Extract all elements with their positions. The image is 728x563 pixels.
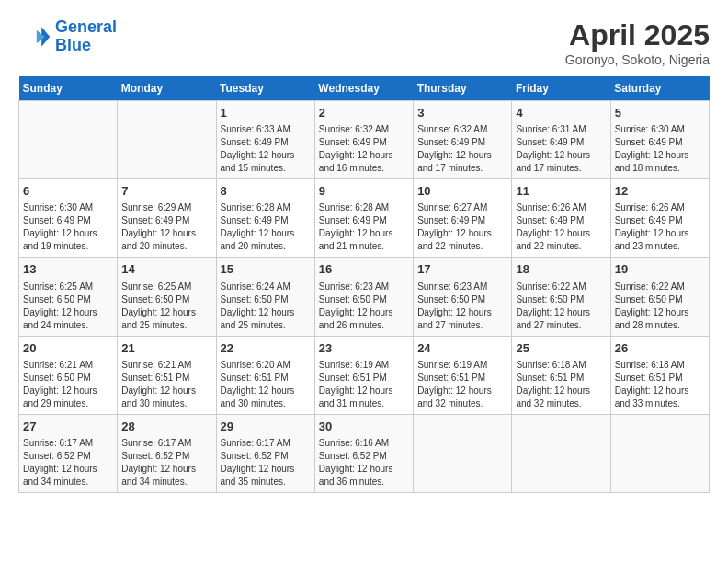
calendar-week-4: 20Sunrise: 6:21 AMSunset: 6:50 PMDayligh… xyxy=(19,336,710,414)
day-number: 7 xyxy=(121,183,211,200)
calendar-cell: 4Sunrise: 6:31 AMSunset: 6:49 PMDaylight… xyxy=(512,101,610,179)
calendar-cell: 7Sunrise: 6:29 AMSunset: 6:49 PMDaylight… xyxy=(118,179,216,258)
calendar-cell xyxy=(118,101,216,179)
day-number: 19 xyxy=(615,261,705,278)
calendar-cell: 30Sunrise: 6:16 AMSunset: 6:52 PMDayligh… xyxy=(314,414,413,492)
day-number: 28 xyxy=(121,419,211,435)
day-info: Sunrise: 6:25 AMSunset: 6:50 PMDaylight:… xyxy=(23,281,113,332)
day-number: 22 xyxy=(221,340,311,357)
calendar-cell: 13Sunrise: 6:25 AMSunset: 6:50 PMDayligh… xyxy=(19,258,118,336)
day-info: Sunrise: 6:32 AMSunset: 6:49 PMDaylight:… xyxy=(319,123,409,175)
day-info: Sunrise: 6:22 AMSunset: 6:50 PMDaylight:… xyxy=(615,281,705,332)
day-info: Sunrise: 6:23 AMSunset: 6:50 PMDaylight:… xyxy=(319,281,409,332)
day-info: Sunrise: 6:29 AMSunset: 6:49 PMDaylight:… xyxy=(121,201,211,253)
day-number: 4 xyxy=(516,105,606,121)
day-info: Sunrise: 6:19 AMSunset: 6:51 PMDaylight:… xyxy=(417,359,507,410)
day-number: 14 xyxy=(121,261,211,278)
day-number: 11 xyxy=(516,183,606,200)
day-number: 13 xyxy=(23,261,113,278)
day-number: 24 xyxy=(417,340,507,357)
calendar-cell: 24Sunrise: 6:19 AMSunset: 6:51 PMDayligh… xyxy=(414,336,512,414)
day-info: Sunrise: 6:24 AMSunset: 6:50 PMDaylight:… xyxy=(221,281,311,332)
calendar-cell: 28Sunrise: 6:17 AMSunset: 6:52 PMDayligh… xyxy=(118,414,216,492)
calendar-cell: 19Sunrise: 6:22 AMSunset: 6:50 PMDayligh… xyxy=(610,258,709,336)
calendar-cell: 11Sunrise: 6:26 AMSunset: 6:49 PMDayligh… xyxy=(512,179,610,258)
day-info: Sunrise: 6:23 AMSunset: 6:50 PMDaylight:… xyxy=(417,281,507,332)
calendar-week-1: 1Sunrise: 6:33 AMSunset: 6:49 PMDaylight… xyxy=(19,101,710,179)
day-info: Sunrise: 6:28 AMSunset: 6:49 PMDaylight:… xyxy=(221,201,311,253)
logo: General Blue xyxy=(18,18,117,55)
day-info: Sunrise: 6:28 AMSunset: 6:49 PMDaylight:… xyxy=(319,201,409,253)
day-number: 26 xyxy=(615,340,705,357)
calendar-cell: 29Sunrise: 6:17 AMSunset: 6:52 PMDayligh… xyxy=(216,414,314,492)
day-info: Sunrise: 6:21 AMSunset: 6:50 PMDaylight:… xyxy=(23,359,113,410)
day-info: Sunrise: 6:32 AMSunset: 6:49 PMDaylight:… xyxy=(417,123,507,175)
calendar-week-5: 27Sunrise: 6:17 AMSunset: 6:52 PMDayligh… xyxy=(19,414,710,492)
calendar-cell: 2Sunrise: 6:32 AMSunset: 6:49 PMDaylight… xyxy=(314,101,413,179)
calendar-cell xyxy=(19,101,118,179)
calendar-cell: 16Sunrise: 6:23 AMSunset: 6:50 PMDayligh… xyxy=(314,258,413,336)
day-number: 16 xyxy=(319,261,409,278)
day-info: Sunrise: 6:31 AMSunset: 6:49 PMDaylight:… xyxy=(516,123,606,175)
calendar-cell: 3Sunrise: 6:32 AMSunset: 6:49 PMDaylight… xyxy=(414,101,512,179)
day-info: Sunrise: 6:18 AMSunset: 6:51 PMDaylight:… xyxy=(516,359,606,410)
day-number: 6 xyxy=(23,183,113,200)
weekday-header-monday: Monday xyxy=(118,76,216,101)
calendar-cell xyxy=(512,414,610,492)
calendar-cell: 25Sunrise: 6:18 AMSunset: 6:51 PMDayligh… xyxy=(512,336,610,414)
logo-text: General Blue xyxy=(55,18,117,55)
day-info: Sunrise: 6:26 AMSunset: 6:49 PMDaylight:… xyxy=(615,201,705,253)
weekday-header-thursday: Thursday xyxy=(414,76,512,101)
day-number: 17 xyxy=(417,261,507,278)
calendar-cell xyxy=(414,414,512,492)
calendar-cell: 20Sunrise: 6:21 AMSunset: 6:50 PMDayligh… xyxy=(19,336,118,414)
day-number: 5 xyxy=(615,105,705,121)
day-number: 12 xyxy=(615,183,705,200)
calendar-week-3: 13Sunrise: 6:25 AMSunset: 6:50 PMDayligh… xyxy=(19,258,710,336)
day-number: 30 xyxy=(319,419,409,435)
calendar-table: SundayMondayTuesdayWednesdayThursdayFrid… xyxy=(18,76,710,493)
calendar-cell: 22Sunrise: 6:20 AMSunset: 6:51 PMDayligh… xyxy=(216,336,314,414)
calendar-cell: 27Sunrise: 6:17 AMSunset: 6:52 PMDayligh… xyxy=(19,414,118,492)
calendar-cell: 1Sunrise: 6:33 AMSunset: 6:49 PMDaylight… xyxy=(216,101,314,179)
weekday-header-friday: Friday xyxy=(512,76,610,101)
day-number: 10 xyxy=(417,183,507,200)
day-number: 3 xyxy=(417,105,507,121)
calendar-cell: 10Sunrise: 6:27 AMSunset: 6:49 PMDayligh… xyxy=(414,179,512,258)
day-info: Sunrise: 6:17 AMSunset: 6:52 PMDaylight:… xyxy=(221,437,311,488)
day-info: Sunrise: 6:27 AMSunset: 6:49 PMDaylight:… xyxy=(417,201,507,253)
day-info: Sunrise: 6:19 AMSunset: 6:51 PMDaylight:… xyxy=(319,359,409,410)
calendar-cell: 14Sunrise: 6:25 AMSunset: 6:50 PMDayligh… xyxy=(118,258,216,336)
weekday-header-sunday: Sunday xyxy=(19,76,118,101)
calendar-cell: 26Sunrise: 6:18 AMSunset: 6:51 PMDayligh… xyxy=(610,336,709,414)
day-info: Sunrise: 6:16 AMSunset: 6:52 PMDaylight:… xyxy=(319,437,409,488)
month-title: April 2025 xyxy=(565,18,710,52)
day-number: 2 xyxy=(319,105,409,121)
calendar-cell xyxy=(610,414,709,492)
day-number: 8 xyxy=(221,183,311,200)
day-info: Sunrise: 6:17 AMSunset: 6:52 PMDaylight:… xyxy=(121,437,211,488)
day-info: Sunrise: 6:17 AMSunset: 6:52 PMDaylight:… xyxy=(23,437,113,488)
day-info: Sunrise: 6:30 AMSunset: 6:49 PMDaylight:… xyxy=(23,201,113,253)
day-number: 21 xyxy=(121,340,211,357)
calendar-week-2: 6Sunrise: 6:30 AMSunset: 6:49 PMDaylight… xyxy=(19,179,710,258)
day-number: 18 xyxy=(516,261,606,278)
calendar-cell: 21Sunrise: 6:21 AMSunset: 6:51 PMDayligh… xyxy=(118,336,216,414)
calendar-cell: 9Sunrise: 6:28 AMSunset: 6:49 PMDaylight… xyxy=(314,179,413,258)
day-info: Sunrise: 6:30 AMSunset: 6:49 PMDaylight:… xyxy=(615,123,705,175)
calendar-cell: 23Sunrise: 6:19 AMSunset: 6:51 PMDayligh… xyxy=(314,336,413,414)
calendar-cell: 17Sunrise: 6:23 AMSunset: 6:50 PMDayligh… xyxy=(414,258,512,336)
weekday-header-tuesday: Tuesday xyxy=(216,76,314,101)
day-number: 1 xyxy=(221,105,311,121)
weekday-header-saturday: Saturday xyxy=(610,76,709,101)
title-block: April 2025 Goronyo, Sokoto, Nigeria xyxy=(565,18,710,67)
day-number: 20 xyxy=(23,340,113,357)
calendar-cell: 12Sunrise: 6:26 AMSunset: 6:49 PMDayligh… xyxy=(610,179,709,258)
location: Goronyo, Sokoto, Nigeria xyxy=(565,52,710,67)
weekday-header-row: SundayMondayTuesdayWednesdayThursdayFrid… xyxy=(19,76,710,101)
day-number: 23 xyxy=(319,340,409,357)
page-header: General Blue April 2025 Goronyo, Sokoto,… xyxy=(18,18,710,67)
day-info: Sunrise: 6:26 AMSunset: 6:49 PMDaylight:… xyxy=(516,201,606,253)
day-info: Sunrise: 6:21 AMSunset: 6:51 PMDaylight:… xyxy=(121,359,211,410)
weekday-header-wednesday: Wednesday xyxy=(314,76,413,101)
